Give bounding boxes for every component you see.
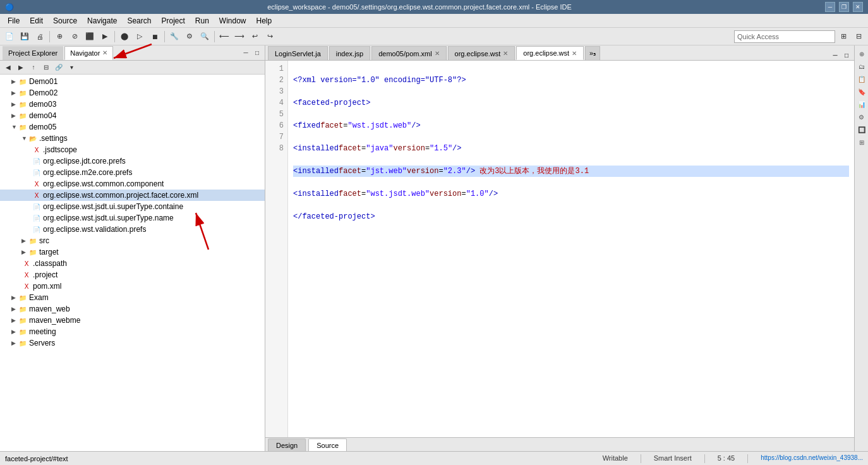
list-item[interactable]: ▶ 📁 maven_web xyxy=(0,303,265,315)
menu-source[interactable]: Source xyxy=(48,15,82,27)
list-item[interactable]: 📄 org.eclipse.jdt.core.prefs xyxy=(0,155,265,167)
list-item[interactable]: ▶ 📁 Exam xyxy=(0,292,265,303)
tab-demo05-pom[interactable]: demo05/pom.xml ✕ xyxy=(371,46,446,60)
tb-btn-7[interactable]: ⏹ xyxy=(148,30,162,44)
list-item[interactable]: ▶ 📁 target xyxy=(0,246,265,258)
code-content[interactable]: <?xml version="1.0" encoding="UTF-8"?> <… xyxy=(288,61,854,437)
sidebar-btn-1[interactable]: ⊕ xyxy=(856,48,867,59)
tb-btn-6[interactable]: ▷ xyxy=(133,30,147,44)
nav-forward-btn[interactable]: ▶ xyxy=(15,62,27,73)
tb-btn-1[interactable]: ⊕ xyxy=(52,30,66,44)
tab-design[interactable]: Design xyxy=(268,438,306,451)
menu-project[interactable]: Project xyxy=(156,15,190,27)
chevron-right-icon: ▶ xyxy=(11,306,18,312)
tb-btn-8[interactable]: 🔧 xyxy=(167,30,181,44)
sidebar-btn-6[interactable]: ⚙ xyxy=(856,111,867,123)
sidebar-btn-5[interactable]: 📊 xyxy=(856,99,867,110)
nav-back-btn[interactable]: ◀ xyxy=(3,62,14,73)
tb-btn-10[interactable]: 🔍 xyxy=(198,30,212,44)
tab-project-explorer[interactable]: Project Explorer xyxy=(3,46,63,60)
tree-item-label: org.eclipse.jdt.core.prefs xyxy=(43,157,126,166)
list-item[interactable]: X org.eclipse.wst.common.project.facet.c… xyxy=(0,190,265,201)
line-numbers: 1 2 3 4 5 6 7 8 xyxy=(265,61,288,437)
menu-search[interactable]: Search xyxy=(122,15,156,27)
tab-source[interactable]: Source xyxy=(308,438,347,451)
print-button[interactable]: 🖨 xyxy=(33,30,47,44)
list-item[interactable]: ▼ 📂 .settings xyxy=(0,133,265,144)
tb-btn-3[interactable]: ⬛ xyxy=(83,30,97,44)
folder-icon: 📂 xyxy=(28,133,38,143)
xml-file-icon: X xyxy=(21,281,32,291)
menu-edit[interactable]: Edit xyxy=(25,15,48,27)
tab-index-jsp-label: index.jsp xyxy=(336,50,363,57)
tree-item-label: demo03 xyxy=(29,100,56,109)
quick-access-input[interactable]: Quick Access xyxy=(734,30,835,43)
view-btn[interactable]: ⊟ xyxy=(852,30,865,44)
tb-btn-12[interactable]: ⟶ xyxy=(232,30,246,44)
xml-file-icon: X xyxy=(32,179,42,189)
menu-window[interactable]: Window xyxy=(214,15,251,27)
tb-btn-9[interactable]: ⚙ xyxy=(183,30,196,44)
save-button[interactable]: 💾 xyxy=(18,30,32,44)
list-item[interactable]: X pom.xml xyxy=(0,281,265,292)
minimize-button[interactable]: ─ xyxy=(825,2,835,12)
menu-file[interactable]: File xyxy=(3,15,25,27)
menu-run[interactable]: Run xyxy=(190,15,214,27)
tab-org-eclipse-1[interactable]: org.eclipse.wst ✕ xyxy=(448,46,515,60)
tree-item-label: org.eclipse.wst.jsdt.ui.superType.name xyxy=(43,214,174,222)
tab-navigator-close[interactable]: ✕ xyxy=(102,49,107,56)
tb-btn-14[interactable]: ↪ xyxy=(263,30,277,44)
tab-demo05-pom-close[interactable]: ✕ xyxy=(435,50,440,57)
menu-help[interactable]: Help xyxy=(251,15,277,27)
list-item[interactable]: ▶ 📁 demo03 xyxy=(0,99,265,110)
list-item[interactable]: ▶ 📁 meeting xyxy=(0,326,265,337)
nav-link-btn[interactable]: 🔗 xyxy=(53,62,64,73)
tab-org-eclipse-2[interactable]: org.eclipse.wst ✕ xyxy=(516,46,584,60)
tb-btn-5[interactable]: ⬤ xyxy=(118,30,131,44)
tb-btn-4[interactable]: ▶ xyxy=(98,30,112,44)
tb-btn-11[interactable]: ⟵ xyxy=(217,30,231,44)
nav-menu-btn[interactable]: ▾ xyxy=(66,62,77,73)
sidebar-btn-7[interactable]: 🔲 xyxy=(856,124,867,135)
list-item[interactable]: ▶ 📁 src xyxy=(0,235,265,246)
sidebar-btn-2[interactable]: 🗂 xyxy=(856,61,867,72)
nav-collapse-btn[interactable]: ⊟ xyxy=(40,62,52,73)
list-item[interactable]: X org.eclipse.wst.common.component xyxy=(0,178,265,190)
list-item[interactable]: 📄 org.eclipse.m2e.core.prefs xyxy=(0,167,265,178)
list-item[interactable]: X .classpath xyxy=(0,258,265,269)
tab-org-eclipse-2-close[interactable]: ✕ xyxy=(572,50,577,57)
close-button[interactable]: ✕ xyxy=(853,2,863,12)
list-item[interactable]: 📄 org.eclipse.wst.jsdt.ui.superType.name xyxy=(0,212,265,224)
tb-btn-2[interactable]: ⊘ xyxy=(68,30,81,44)
list-item[interactable]: ▶ 📁 Demo02 xyxy=(0,87,265,99)
minimize-panel-btn[interactable]: ─ xyxy=(241,48,251,58)
list-item[interactable]: ▶ 📁 Demo01 xyxy=(0,76,265,87)
list-item[interactable]: ▶ 📁 Servers xyxy=(0,337,265,349)
editor-maximize-btn[interactable]: □ xyxy=(841,50,852,60)
list-item[interactable]: 📄 org.eclipse.wst.jsdt.ui.superType.cont… xyxy=(0,201,265,212)
status-url: https://blog.csdn.net/weixin_43938... xyxy=(761,454,863,463)
list-item[interactable]: ▼ 📁 demo05 xyxy=(0,121,265,133)
tab-loginservlet[interactable]: LoginServlet.ja xyxy=(268,46,328,60)
list-item[interactable]: ▶ 📁 maven_webme xyxy=(0,315,265,326)
menu-navigate[interactable]: Navigate xyxy=(82,15,122,27)
tab-overflow-button[interactable]: »₃ xyxy=(585,46,600,60)
sidebar-btn-3[interactable]: 📋 xyxy=(856,73,867,85)
tab-index-jsp[interactable]: index.jsp xyxy=(329,46,370,60)
restore-button[interactable]: ❐ xyxy=(839,2,849,12)
maximize-panel-btn[interactable]: □ xyxy=(252,48,262,58)
tab-org-eclipse-1-close[interactable]: ✕ xyxy=(503,50,508,57)
perspective-btn[interactable]: ⊞ xyxy=(836,30,850,44)
tab-navigator[interactable]: Navigator ✕ xyxy=(64,46,113,60)
sidebar-btn-8[interactable]: ⊞ xyxy=(856,136,867,148)
new-button[interactable]: 📄 xyxy=(3,30,16,44)
list-item[interactable]: ▶ 📁 demo04 xyxy=(0,110,265,121)
sidebar-btn-4[interactable]: 🔖 xyxy=(856,86,867,97)
xml-file-icon: X xyxy=(21,258,32,269)
tb-btn-13[interactable]: ↩ xyxy=(248,30,262,44)
nav-up-btn[interactable]: ↑ xyxy=(28,62,39,73)
list-item[interactable]: X .project xyxy=(0,269,265,281)
list-item[interactable]: 📄 org.eclipse.wst.validation.prefs xyxy=(0,224,265,235)
list-item[interactable]: X .jsdtscope xyxy=(0,144,265,155)
editor-minimize-btn[interactable]: ─ xyxy=(830,50,840,60)
